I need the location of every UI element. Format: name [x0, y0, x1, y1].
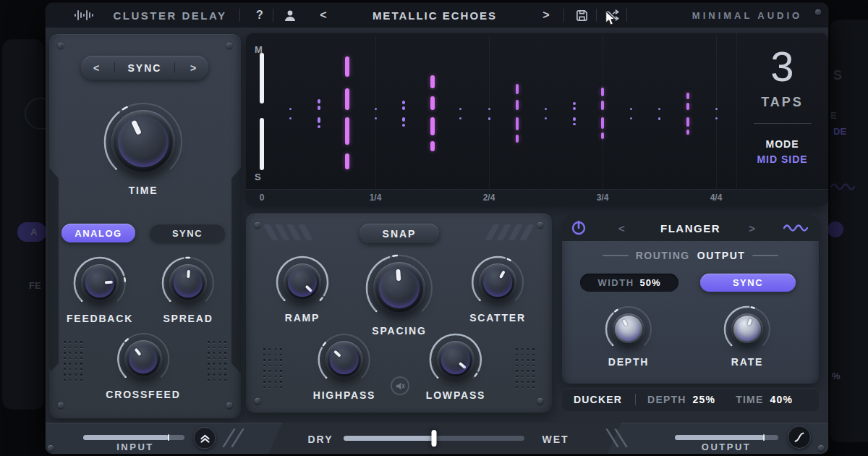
- ramp-knob[interactable]: RAMP: [275, 255, 330, 324]
- save-preset-icon[interactable]: [568, 3, 595, 28]
- background-plugin-left: A FE: [3, 40, 43, 409]
- tap-bar: [345, 88, 349, 110]
- delay-main-panel: < SYNC > TIME ANALOG SYNC FEEDBACK SPREA…: [49, 34, 241, 418]
- axis-tick-label: 3/4: [597, 193, 609, 203]
- knob-label: RATE: [731, 356, 763, 368]
- taps-label: TAPS: [761, 95, 804, 110]
- background-text-fe: FE: [29, 280, 41, 291]
- background-sine-icon: [830, 181, 855, 193]
- filter-listen-button[interactable]: [391, 376, 409, 395]
- spacing-knob[interactable]: SPACING: [365, 253, 434, 337]
- spacing-panel: SNAP RAMP SPACING SCATTER HIGHPASS LOWPA…: [246, 214, 552, 413]
- effect-next-arrow[interactable]: >: [749, 222, 755, 235]
- preset-prev-button[interactable]: <: [315, 3, 332, 28]
- double-chevron-up-icon: [200, 433, 210, 443]
- tap-display-panel: M S 01/42/43/44/4 3 TAPS MODE MID SIDE: [246, 33, 828, 206]
- scatter-knob[interactable]: SCATTER: [469, 255, 526, 324]
- output-gain-slider[interactable]: [675, 435, 778, 440]
- ducker-time-label: TIME: [736, 394, 763, 405]
- tap-bar: [573, 107, 576, 110]
- tap-bar: [601, 117, 604, 129]
- mode-label: MODE: [766, 138, 799, 150]
- time-mode-next-arrow[interactable]: >: [188, 62, 198, 74]
- background-knob: [827, 221, 843, 237]
- highpass-knob[interactable]: HIGHPASS: [313, 332, 376, 401]
- width-control[interactable]: WIDTH 50%: [580, 274, 678, 292]
- tap-bar: [345, 56, 349, 77]
- ducker-depth-label: DEPTH: [647, 394, 686, 405]
- crossfeed-knob[interactable]: CROSSFEED: [106, 332, 180, 400]
- account-icon[interactable]: [277, 3, 303, 28]
- preset-name[interactable]: METALLIC ECHOES: [335, 3, 535, 28]
- randomize-preset-icon[interactable]: [598, 3, 626, 28]
- output-label: OUTPUT: [702, 442, 751, 452]
- expand-button[interactable]: [194, 427, 216, 449]
- lfo-waveform-icon[interactable]: [783, 222, 809, 234]
- knob-label: TIME: [129, 185, 158, 196]
- decor-slashes: [611, 428, 622, 447]
- tap-bar: [289, 108, 292, 110]
- effect-panel: < FLANGER > ROUTING OUTPUT WIDTH 50% SYN…: [562, 215, 819, 384]
- time-mode-selector[interactable]: < SYNC >: [81, 56, 208, 80]
- tap-bar: [715, 117, 718, 119]
- cluster-delay-logo-icon: [72, 3, 96, 28]
- saturation-curve-button[interactable]: [788, 426, 811, 449]
- brand-logo: MINIMAL AUDIO: [675, 3, 820, 28]
- axis-tick-label: 0: [260, 193, 265, 203]
- analog-toggle[interactable]: ANALOG: [61, 224, 135, 242]
- effect-depth-knob[interactable]: DEPTH: [604, 305, 653, 368]
- tap-bar: [345, 153, 349, 169]
- feedback-knob[interactable]: FEEDBACK: [67, 256, 133, 324]
- tap-bar: [345, 117, 349, 145]
- tap-bar: [601, 88, 604, 96]
- tap-bar: [375, 117, 377, 119]
- routing-value[interactable]: OUTPUT: [697, 250, 746, 261]
- knob-label: HIGHPASS: [313, 389, 376, 401]
- tap-bar: [573, 117, 576, 121]
- tap-bar: [430, 96, 435, 111]
- screw: [815, 9, 821, 15]
- tap-bar: [318, 125, 320, 128]
- preset-next-button[interactable]: >: [537, 3, 555, 28]
- tap-bar: [375, 108, 377, 110]
- snap-button[interactable]: SNAP: [359, 224, 439, 243]
- tap-bar: [545, 108, 547, 110]
- io-bar: INPUT DRY WET OUTPUT: [46, 423, 828, 454]
- tap-graph[interactable]: [252, 36, 736, 190]
- routing-label: ROUTING: [636, 250, 690, 261]
- tap-bar: [289, 117, 292, 119]
- background-analog-pill: A: [17, 222, 46, 242]
- routing-row: ROUTING OUTPUT: [562, 250, 819, 261]
- taps-count[interactable]: 3: [770, 46, 793, 88]
- tap-bar: [686, 130, 689, 135]
- effect-sync-toggle[interactable]: SYNC: [700, 274, 796, 292]
- app-title: CLUSTER DELAY: [98, 3, 242, 28]
- decor-stripes: [489, 224, 530, 240]
- lowpass-knob[interactable]: LOWPASS: [426, 332, 485, 401]
- help-button[interactable]: ?: [247, 3, 273, 28]
- desktop-background: A FE S E DE % CLUSTER DELAY ? < METALLIC…: [0, 0, 868, 456]
- tap-info-section: 3 TAPS MODE MID SIDE: [736, 33, 828, 189]
- spread-knob[interactable]: SPREAD: [161, 256, 216, 324]
- decor-dots: [516, 348, 535, 388]
- sync-toggle[interactable]: SYNC: [150, 224, 225, 242]
- time-knob[interactable]: TIME: [103, 101, 184, 196]
- axis-tick-label: 2/4: [483, 193, 495, 203]
- ducker-depth-value[interactable]: 25%: [693, 394, 716, 405]
- dry-wet-handle[interactable]: [432, 430, 437, 447]
- dry-wet-slider[interactable]: [344, 436, 524, 441]
- knob-label: RAMP: [285, 312, 320, 324]
- tap-bar: [260, 118, 264, 170]
- mode-value[interactable]: MID SIDE: [757, 153, 807, 165]
- ducker-bar[interactable]: DUCKER DEPTH 25% TIME 40%: [562, 388, 819, 411]
- input-gain-slider[interactable]: [83, 435, 184, 440]
- background-plugin-right: S E DE %: [830, 20, 868, 442]
- tap-bar: [630, 117, 632, 119]
- s-curve-icon: [793, 431, 805, 443]
- time-mode-prev-arrow[interactable]: <: [91, 62, 101, 74]
- title-bar: CLUSTER DELAY ? < METALLIC ECHOES > MINI…: [46, 3, 828, 28]
- ducker-time-value[interactable]: 40%: [770, 394, 793, 405]
- effect-rate-knob[interactable]: RATE: [723, 305, 772, 368]
- tap-bar: [601, 132, 604, 139]
- decor-slashes: [228, 428, 239, 447]
